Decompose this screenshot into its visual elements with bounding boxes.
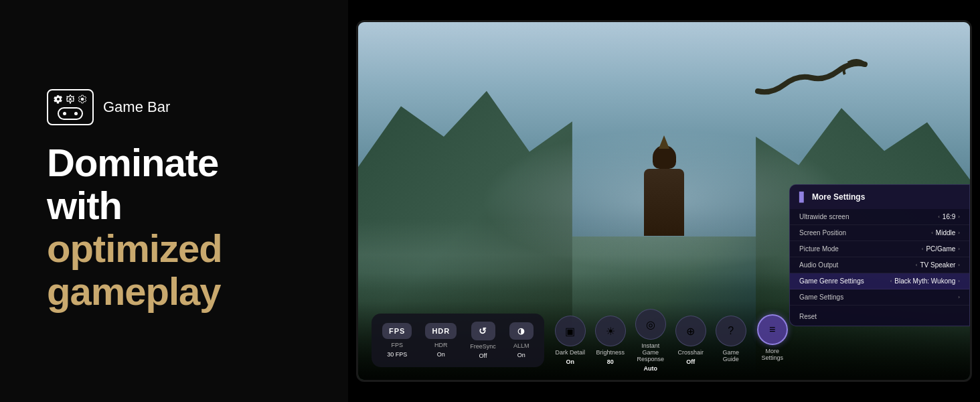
settings-row-game-settings[interactable]: Game Settings ›: [790, 289, 969, 306]
reset-label: Reset: [799, 313, 817, 320]
settings-panel-title: More Settings: [812, 192, 865, 202]
more-settings-icon: ≡: [757, 314, 788, 345]
stat-allm: ◑ ALLM On: [509, 322, 534, 358]
game-bar-icon: [47, 89, 94, 125]
instant-game-response-icon: ◎: [635, 309, 666, 340]
feature-name: Game Bar: [103, 98, 170, 116]
headline-line3: gameplay: [47, 270, 301, 313]
settings-row-reset[interactable]: Reset: [790, 306, 969, 326]
hdr-value: On: [437, 351, 445, 358]
brightness-label: Brightness: [596, 349, 625, 356]
control-instant-game-response[interactable]: ◎ Instant Game Response Auto: [635, 309, 666, 372]
stat-freesync: ↺ FreeSync Off: [470, 322, 496, 359]
character-figure: [624, 145, 704, 279]
dragon-svg: [744, 58, 878, 125]
headline-line1: Dominate with: [47, 141, 301, 227]
controller-icon: [58, 107, 83, 120]
headline: Dominate with optimized gameplay: [47, 141, 301, 312]
game-guide-label: Game Guide: [716, 349, 746, 362]
settings-row-ultrawide[interactable]: Ultrawide screen ‹ 16:9 ›: [790, 209, 969, 225]
fps-value: 30 FPS: [387, 351, 407, 358]
brightness-value: 80: [607, 358, 614, 365]
left-panel: Game Bar Dominate with optimized gamepla…: [0, 0, 348, 402]
allm-label: ALLM: [513, 342, 529, 349]
control-dark-detail[interactable]: ▣ Dark Detail On: [555, 316, 586, 365]
more-settings-button[interactable]: ≡ More Settings: [757, 314, 788, 361]
game-settings-label: Game Settings: [799, 293, 843, 301]
gamebar-controls: ▣ Dark Detail On ☀ Brightness 80 ◎ Insta…: [555, 309, 746, 372]
crosshair-value: Off: [686, 358, 695, 365]
crosshair-label: Crosshair: [678, 349, 704, 356]
control-crosshair[interactable]: ⊕ Crosshair Off: [675, 316, 706, 365]
freesync-badge: ↺: [471, 322, 495, 340]
settings-row-game-genre[interactable]: Game Genre Settings ‹ Black Myth: Wukong…: [790, 273, 969, 289]
game-guide-icon: ?: [716, 316, 746, 346]
brightness-icon: ☀: [595, 316, 626, 346]
hdr-label: HDR: [434, 342, 448, 348]
picture-mode-value: ‹ PC/Game ›: [922, 245, 960, 253]
dark-detail-value: On: [566, 358, 575, 365]
game-genre-label: Game Genre Settings: [799, 277, 864, 285]
screen-position-value: ‹ Middle ›: [931, 229, 960, 237]
fps-label: FPS: [391, 342, 403, 348]
gamebar-stats-panel: FPS FPS 30 FPS HDR HDR On ↺ FreeSync Off: [372, 314, 544, 367]
fps-badge: FPS: [382, 323, 412, 339]
stat-hdr: HDR HDR On: [425, 323, 457, 358]
right-panel: FPS FPS 30 FPS HDR HDR On ↺ FreeSync Off: [348, 0, 980, 402]
headline-line2: optimized: [47, 227, 301, 270]
control-game-guide[interactable]: ? Game Guide: [716, 316, 746, 365]
feature-label-group: Game Bar: [47, 89, 301, 125]
more-settings-label: More Settings: [757, 348, 788, 361]
gear3-icon: [78, 94, 87, 104]
hdr-badge: HDR: [425, 323, 457, 339]
game-genre-value: ‹ Black Myth: Wukong ›: [890, 277, 960, 285]
settings-row-audio-output[interactable]: Audio Output ‹ TV Speaker ›: [790, 257, 969, 273]
gear-icon: [54, 94, 63, 104]
picture-mode-label: Picture Mode: [799, 245, 839, 253]
screen-position-label: Screen Position: [799, 229, 846, 237]
audio-output-value: ‹ TV Speaker ›: [916, 261, 960, 269]
audio-output-label: Audio Output: [799, 261, 838, 269]
dark-detail-label: Dark Detail: [556, 349, 586, 356]
control-brightness[interactable]: ☀ Brightness 80: [595, 316, 626, 365]
freesync-value: Off: [479, 352, 487, 359]
gear2-icon: [66, 94, 75, 104]
stat-fps: FPS FPS 30 FPS: [382, 323, 412, 358]
instant-game-response-value: Auto: [644, 365, 658, 372]
instant-game-response-label: Instant Game Response: [635, 342, 666, 362]
allm-value: On: [517, 352, 525, 358]
ultrawide-value: ‹ 16:9 ›: [938, 213, 960, 220]
more-settings-panel: ▋ More Settings Ultrawide screen ‹ 16:9 …: [789, 184, 970, 326]
svg-point-1: [81, 98, 84, 101]
allm-badge: ◑: [509, 322, 534, 340]
game-settings-value: ›: [958, 294, 960, 300]
settings-row-picture-mode[interactable]: Picture Mode ‹ PC/Game ›: [790, 241, 969, 257]
monitor-frame: FPS FPS 30 FPS HDR HDR On ↺ FreeSync Off: [356, 20, 972, 382]
dark-detail-icon: ▣: [555, 316, 586, 346]
settings-panel-header: ▋ More Settings: [790, 185, 969, 209]
character-body: [644, 169, 684, 236]
ultrawide-label: Ultrawide screen: [799, 213, 849, 220]
character-head: [653, 145, 676, 169]
game-screenshot: FPS FPS 30 FPS HDR HDR On ↺ FreeSync Off: [358, 22, 970, 380]
settings-row-screen-position[interactable]: Screen Position ‹ Middle ›: [790, 225, 969, 241]
freesync-label: FreeSync: [470, 343, 496, 350]
svg-point-0: [69, 98, 72, 101]
crosshair-icon: ⊕: [675, 316, 706, 346]
